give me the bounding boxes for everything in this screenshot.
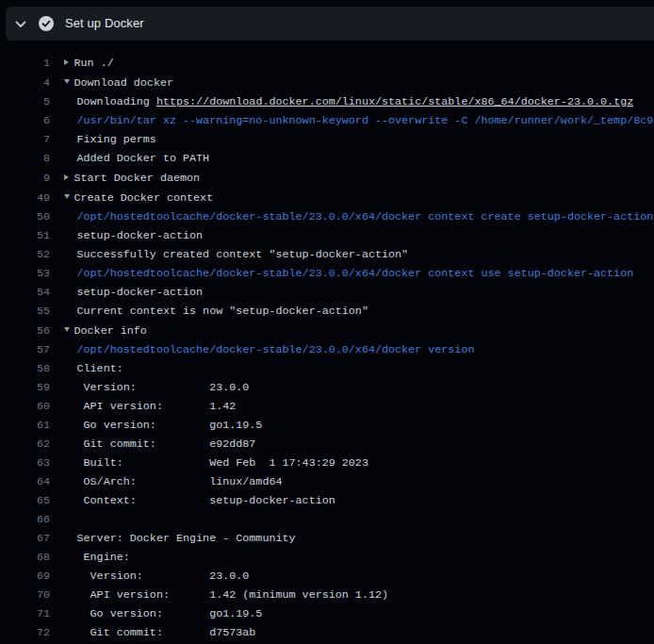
log-text[interactable]: Create Docker context [50, 189, 213, 207]
line-number[interactable]: 1 [0, 54, 50, 73]
line-number[interactable]: 58 [0, 359, 50, 378]
log-text: /usr/bin/tar xz --warning=no-unknown-key… [50, 111, 654, 130]
triangle-right-icon[interactable] [64, 169, 74, 188]
line-number[interactable]: 8 [0, 149, 50, 168]
line-number[interactable]: 62 [0, 435, 50, 454]
line-number[interactable]: 6 [0, 111, 50, 130]
log-line: 6/usr/bin/tar xz --warning=no-unknown-ke… [0, 111, 654, 130]
line-number[interactable]: 68 [0, 548, 50, 567]
log-text: Current context is now "setup-docker-act… [50, 302, 368, 321]
log-line: 8Added Docker to PATH [0, 149, 654, 168]
log-text[interactable]: Docker info [50, 322, 147, 340]
log-text-value: /usr/bin/tar xz --warning=no-unknown-key… [77, 114, 654, 127]
line-number[interactable]: 60 [0, 397, 50, 416]
line-number[interactable]: 9 [0, 169, 50, 188]
log-line: 63 Built: Wed Feb 1 17:43:29 2023 [0, 454, 654, 472]
log-line: 59 Version: 23.0.0 [0, 378, 654, 397]
log-text: Version: 23.0.0 [50, 378, 249, 397]
log-text-value: OS/Arch: linux/amd64 [77, 475, 283, 488]
log-line: 70 API version: 1.42 (minimum version 1.… [0, 586, 654, 604]
line-number[interactable]: 66 [0, 510, 50, 529]
log-text: Engine: [50, 548, 130, 567]
log-text: /opt/hostedtoolcache/docker-stable/23.0.… [50, 340, 474, 359]
log-line: 5Downloading https://download.docker.com… [0, 92, 654, 111]
log-link[interactable]: https://download.docker.com/linux/static… [156, 95, 633, 108]
log-text: /opt/hostedtoolcache/docker-stable/23.0.… [50, 264, 633, 283]
triangle-right-icon[interactable] [64, 54, 74, 73]
line-number[interactable]: 63 [0, 454, 50, 472]
line-number[interactable]: 50 [0, 207, 50, 226]
log-text[interactable]: Start Docker daemon [50, 169, 200, 188]
log-text-value: /opt/hostedtoolcache/docker-stable/23.0.… [77, 210, 654, 223]
line-number[interactable]: 70 [0, 586, 50, 604]
log-line: 68 Engine: [0, 548, 654, 567]
line-number[interactable]: 59 [0, 378, 50, 397]
log-line: 7Fixing perms [0, 130, 654, 149]
line-number[interactable]: 72 [0, 623, 50, 642]
log-group-line[interactable]: 4Download docker [0, 74, 654, 92]
log-text-value: /opt/hostedtoolcache/docker-stable/23.0.… [77, 343, 475, 356]
log-text[interactable]: Download docker [50, 74, 173, 92]
group-marker-shape [64, 59, 69, 65]
log-text-value: setup-docker-action [77, 229, 204, 242]
log-text-value: Go version: go1.19.5 [77, 419, 263, 432]
line-number[interactable]: 4 [0, 74, 50, 92]
line-number[interactable]: 53 [0, 264, 50, 283]
log-text-value: Run ./ [74, 57, 114, 70]
log-line: 66 [0, 510, 654, 529]
log-group-line[interactable]: 49Create Docker context [0, 189, 654, 207]
log-text: /opt/hostedtoolcache/docker-stable/23.0.… [50, 207, 653, 226]
log-line: 64 OS/Arch: linux/amd64 [0, 472, 654, 491]
log-text-value: Create Docker context [74, 191, 214, 205]
chevron-down-icon[interactable] [15, 21, 26, 28]
step-header[interactable]: Set up Docker [6, 7, 654, 41]
line-number[interactable]: 51 [0, 226, 50, 245]
line-number[interactable]: 65 [0, 491, 50, 510]
log-text[interactable]: Run ./ [50, 54, 114, 73]
line-number[interactable]: 7 [0, 130, 50, 149]
log-text-value: Go version: go1.19.5 [77, 607, 263, 620]
line-number[interactable]: 55 [0, 302, 50, 321]
log-text: API version: 1.42 (minimum version 1.12) [50, 586, 388, 604]
log-line: 69 Version: 23.0.0 [0, 567, 654, 586]
triangle-down-icon[interactable] [64, 189, 74, 207]
log-text: Context: setup-docker-action [50, 491, 335, 510]
log-text-value: Added Docker to PATH [77, 152, 210, 165]
log-text-value: Fixing perms [77, 133, 156, 146]
log-text-prefix: Downloading [77, 95, 156, 108]
log-group-line[interactable]: 1Run ./ [0, 54, 654, 73]
line-number[interactable]: 61 [0, 416, 50, 435]
log-text-value: API version: 1.42 [77, 400, 237, 413]
line-number[interactable]: 49 [0, 189, 50, 207]
line-number[interactable]: 54 [0, 283, 50, 302]
log-line: 67Server: Docker Engine - Community [0, 529, 654, 548]
line-number[interactable]: 52 [0, 245, 50, 264]
log-text: Fixing perms [50, 130, 156, 149]
line-number[interactable]: 64 [0, 472, 50, 491]
log-line: 57/opt/hostedtoolcache/docker-stable/23.… [0, 340, 654, 359]
log-group-line[interactable]: 56Docker info [0, 322, 654, 340]
log-text: setup-docker-action [50, 226, 203, 245]
log-line: 51setup-docker-action [0, 226, 654, 245]
group-marker-shape [64, 79, 70, 84]
log-area: 1Run ./4Download docker5Downloading http… [0, 41, 654, 642]
log-text-value: Version: 23.0.0 [77, 570, 250, 583]
log-line: 65 Context: setup-docker-action [0, 491, 654, 510]
log-text-value: Successfully created context "setup-dock… [77, 248, 409, 261]
line-number[interactable]: 67 [0, 529, 50, 548]
line-number[interactable]: 56 [0, 322, 50, 340]
log-group-line[interactable]: 9Start Docker daemon [0, 169, 654, 188]
line-number[interactable]: 57 [0, 340, 50, 359]
line-number[interactable]: 71 [0, 604, 50, 623]
line-number[interactable]: 69 [0, 567, 50, 586]
log-text-value: Version: 23.0.0 [77, 381, 250, 394]
log-text: Go version: go1.19.5 [50, 604, 262, 623]
log-text: OS/Arch: linux/amd64 [50, 472, 283, 491]
log-line: 71 Go version: go1.19.5 [0, 604, 654, 623]
triangle-down-icon[interactable] [64, 74, 74, 92]
log-text: Built: Wed Feb 1 17:43:29 2023 [50, 454, 368, 472]
triangle-down-icon[interactable] [64, 322, 74, 340]
line-number[interactable]: 5 [0, 92, 50, 111]
log-text: Downloading https://download.docker.com/… [50, 92, 633, 111]
group-marker-shape [64, 327, 70, 332]
